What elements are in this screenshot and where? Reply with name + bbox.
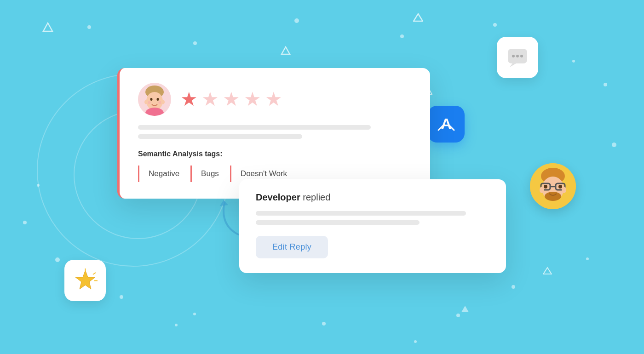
svg-marker-39 <box>220 200 228 206</box>
star-sparkle-icon <box>73 268 98 293</box>
star-2: ★ <box>201 90 219 109</box>
triangle-decoration <box>413 13 423 22</box>
review-line-2 <box>138 134 302 139</box>
star-3: ★ <box>223 90 240 109</box>
svg-marker-25 <box>75 270 95 289</box>
tag-negative: Negative <box>138 166 189 182</box>
reply-header-text: replied <box>300 192 331 202</box>
star-5: ★ <box>265 90 282 109</box>
svg-point-38 <box>161 100 165 104</box>
svg-point-23 <box>540 187 544 193</box>
svg-point-21 <box>558 185 562 188</box>
star-1: ★ <box>180 90 198 109</box>
chat-bubble-badge <box>497 37 538 78</box>
svg-marker-0 <box>43 23 52 31</box>
triangle-decoration <box>42 22 53 32</box>
svg-marker-10 <box>510 63 516 67</box>
star-4: ★ <box>244 90 261 109</box>
svg-point-20 <box>544 185 547 188</box>
tag-bugs: Bugs <box>190 166 228 182</box>
triangle-decoration <box>281 46 291 55</box>
svg-point-32 <box>150 98 153 101</box>
svg-text:A: A <box>441 115 451 132</box>
svg-point-37 <box>144 100 148 104</box>
reviewer-avatar <box>138 83 171 116</box>
app-store-icon: A <box>435 113 458 136</box>
reply-line-1 <box>256 211 466 216</box>
developer-face-svg <box>530 163 576 209</box>
reply-header-bold: Developer <box>256 192 300 202</box>
triangle-decoration <box>461 305 469 313</box>
triangle-decoration <box>543 267 552 275</box>
svg-point-33 <box>157 98 159 101</box>
svg-marker-1 <box>414 14 423 21</box>
app-store-badge: A <box>428 106 465 143</box>
svg-marker-4 <box>461 306 469 312</box>
reviewer-face-svg <box>138 83 171 116</box>
review-line-1 <box>138 125 371 130</box>
svg-point-24 <box>562 187 566 193</box>
chat-icon <box>506 47 529 68</box>
svg-point-22 <box>545 192 561 201</box>
edit-reply-button[interactable]: Edit Reply <box>256 236 328 258</box>
svg-point-8 <box>516 55 519 57</box>
semantic-section: Semantic Analysis tags: Negative Bugs Do… <box>138 150 412 182</box>
svg-point-7 <box>512 55 515 57</box>
reply-line-2 <box>256 220 420 225</box>
reply-card: Developer replied Edit Reply <box>239 179 506 273</box>
developer-avatar <box>530 163 576 209</box>
svg-marker-3 <box>543 268 552 274</box>
reply-text-lines <box>256 211 489 225</box>
reply-header: Developer replied <box>256 192 489 203</box>
svg-marker-5 <box>282 47 290 54</box>
star-badge <box>64 260 106 301</box>
svg-line-27 <box>93 273 96 274</box>
review-header: ★ ★ ★ ★ ★ <box>138 83 412 116</box>
svg-point-9 <box>520 55 523 57</box>
review-text-lines <box>138 125 412 139</box>
star-rating: ★ ★ ★ ★ ★ <box>180 90 282 109</box>
semantic-title: Semantic Analysis tags: <box>138 150 412 158</box>
